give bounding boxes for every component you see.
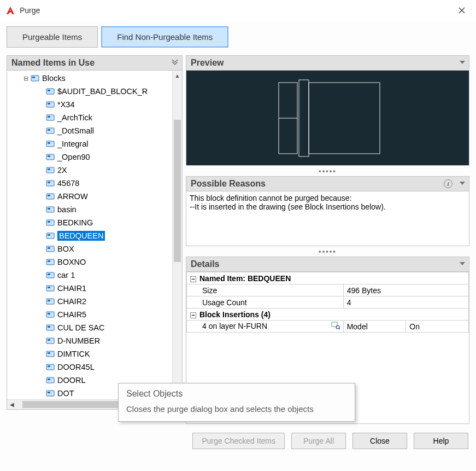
scroll-left-icon[interactable]: ◀ (7, 402, 17, 408)
block-icon (45, 389, 55, 397)
select-objects-icon[interactable] (331, 322, 340, 331)
block-icon (45, 153, 55, 161)
svg-rect-41 (48, 339, 50, 341)
tree-item-label: DOOR45L (57, 363, 95, 371)
tree-item[interactable]: _DotSmall (7, 124, 182, 137)
collapse-icon[interactable]: − (190, 276, 196, 282)
preview-title: Preview (191, 58, 224, 68)
close-button[interactable]: Close (352, 433, 407, 449)
tree-item[interactable]: 45678 (7, 177, 182, 190)
tree-item[interactable]: $AUDIT_BAD_BLOCK_R (7, 85, 182, 98)
block-icon (45, 311, 55, 318)
chevron-down-icon (459, 259, 466, 269)
block-icon (45, 140, 55, 148)
scroll-up-icon[interactable]: ▲ (173, 71, 182, 80)
tree-item[interactable]: basin (7, 203, 182, 216)
reason-line-1: This block definition cannot be purged b… (190, 194, 466, 202)
collapse-icon[interactable]: − (190, 312, 196, 318)
window-title: Purge (20, 6, 40, 15)
block-icon (45, 206, 55, 213)
tree-item[interactable]: 2X (7, 164, 182, 177)
tab-find-non-purgeable[interactable]: Find Non-Purgeable Items (101, 26, 228, 48)
left-panel-header[interactable]: Named Items in Use (7, 55, 183, 71)
scroll-thumb[interactable] (174, 120, 181, 262)
svg-rect-25 (48, 234, 50, 236)
title-bar: Purge (0, 0, 476, 21)
tree-toggle-icon[interactable]: ⊟ (22, 75, 29, 82)
tree-item-label: DOT (57, 389, 74, 398)
insertion-state: On (406, 321, 469, 333)
tree-item-label: BOXNO (57, 258, 86, 266)
tree-item[interactable]: *X34 (7, 98, 182, 111)
tree-item-label: BOX (57, 245, 74, 253)
tree-view[interactable]: ⊟Blocks$AUDIT_BAD_BLOCK_R*X34_ArchTick_D… (7, 71, 183, 410)
svg-rect-54 (299, 80, 309, 156)
tree-item-label: _Integral (57, 139, 88, 148)
tree-item[interactable]: _ArchTick (7, 111, 182, 124)
tree-item[interactable]: car 1 (7, 269, 182, 282)
svg-rect-35 (48, 300, 50, 301)
tree-item[interactable]: BEDKING (7, 216, 182, 229)
preview-header[interactable]: Preview (186, 55, 469, 71)
tree-root-blocks[interactable]: ⊟Blocks (7, 72, 182, 85)
svg-rect-11 (48, 142, 50, 144)
block-icon (45, 127, 55, 135)
svg-rect-19 (48, 195, 50, 196)
block-icon (45, 101, 55, 108)
tab-purgeable-items[interactable]: Purgeable Items (7, 26, 98, 48)
named-item-label: Named Item: BEDQUEEN (199, 274, 291, 283)
block-icon (45, 245, 55, 253)
block-icon (45, 232, 55, 240)
tooltip: Select Objects Closes the purge dialog b… (118, 383, 355, 422)
purge-all-button: Purge All (291, 433, 346, 449)
vertical-scrollbar[interactable]: ▲ ▼ (172, 71, 182, 399)
tree-item[interactable]: DIMTICK (7, 347, 182, 360)
block-icon (45, 298, 55, 305)
tree-root-label: Blocks (42, 74, 66, 83)
details-header[interactable]: Details (186, 257, 469, 272)
tree-item-label: *X34 (57, 100, 74, 109)
hscroll-thumb[interactable] (22, 401, 132, 408)
details-title: Details (191, 259, 219, 269)
svg-rect-47 (48, 379, 50, 380)
tree-item[interactable]: _Open90 (7, 150, 182, 164)
reasons-title: Possible Reasons (191, 179, 266, 189)
tree-item[interactable]: DOOR45L (7, 360, 182, 374)
tree-item[interactable]: BOXNO (7, 255, 182, 269)
tree-item[interactable]: ARROW (7, 190, 182, 203)
details-insertion-row[interactable]: 4 on layer N-FURN Model On (187, 321, 469, 333)
tree-item[interactable]: BEDQUEEN (7, 229, 182, 242)
details-usage-row: Usage Count 4 (187, 296, 469, 309)
svg-rect-1 (32, 77, 35, 78)
tree-item[interactable]: _Integral (7, 137, 182, 150)
reasons-header[interactable]: Possible Reasons i (186, 176, 469, 191)
insertions-label: Block Insertions (4) (199, 310, 271, 319)
splitter-handle[interactable]: ••••• (186, 166, 469, 176)
insertion-layer: 4 on layer N-FURN (202, 322, 267, 330)
tree-item[interactable]: D-NUMBER (7, 334, 182, 347)
tree-item-label: D-NUMBER (57, 336, 100, 345)
tree-item-label: 45678 (57, 179, 79, 188)
tree-item[interactable]: CHAIR2 (7, 295, 182, 308)
chevron-down-icon (459, 58, 466, 68)
block-icon (45, 363, 55, 371)
tree-item-label: CHAIR2 (57, 297, 86, 306)
tree-item-label: BEDKING (57, 218, 93, 227)
details-size-row: Size 496 Bytes (187, 284, 469, 296)
tree-item[interactable]: CUL DE SAC (7, 321, 182, 334)
reasons-text: This block definition cannot be purged b… (186, 191, 469, 246)
block-icon (30, 74, 40, 82)
tree-item-label: ARROW (57, 192, 88, 201)
svg-rect-39 (48, 326, 50, 328)
help-button[interactable]: Help (414, 433, 468, 449)
block-icon (45, 219, 55, 226)
left-panel-title: Named Items in Use (11, 58, 95, 68)
splitter-handle[interactable]: ••••• (186, 246, 469, 257)
tree-item[interactable]: CHAIR1 (7, 282, 182, 295)
tree-item[interactable]: CHAIR5 (7, 308, 182, 321)
svg-rect-45 (48, 365, 50, 367)
block-icon (45, 271, 55, 279)
info-icon[interactable]: i (444, 179, 453, 188)
close-icon[interactable] (451, 3, 473, 18)
tree-item[interactable]: BOX (7, 242, 182, 255)
